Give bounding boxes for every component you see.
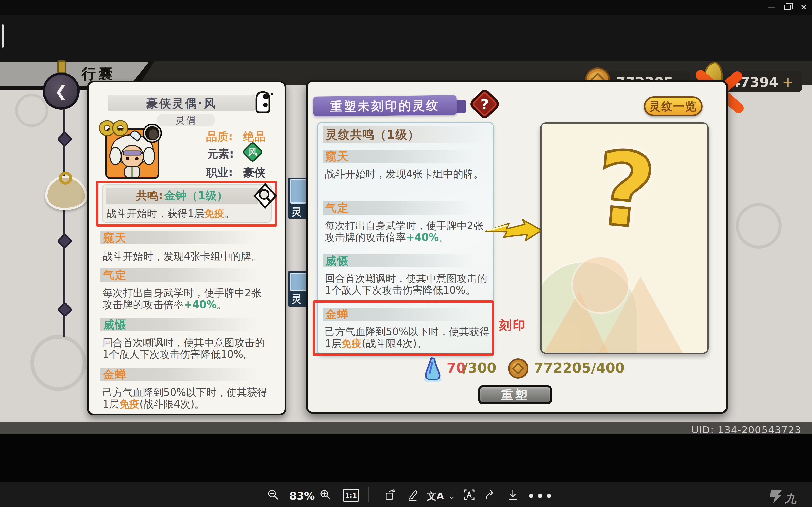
pattern-resonance-title: 灵纹共鸣（1级） [323,126,485,143]
character-panel: 豪侠灵偶·风 灵偶 品质: [87,81,287,415]
skill-header: 气定 [323,202,475,215]
add-currency-button[interactable]: + [782,74,794,90]
coin-icon [508,358,528,379]
sliver-label: 灵 [291,292,302,306]
toolbar-divider [368,487,369,502]
zoom-out-button[interactable] [267,489,280,501]
save-button[interactable] [507,489,519,501]
minimize-button[interactable]: — [764,2,778,13]
background-card-sliver: 灵 [288,178,308,219]
annotation-engrave-label: 刻印 [499,317,527,333]
window-titlebar: — ✕ [0,0,812,15]
character-title: 豪侠灵偶·风 [108,95,255,111]
skill-desc: 战斗开始时，发现4张卡组中的牌。 [103,249,261,264]
edit-button[interactable] [406,489,419,501]
skill-header: 窥天 [323,150,475,163]
mystery-question-mark: ? [575,127,676,253]
restore-icon [784,5,791,10]
skill-desc: 战斗开始时，发现4张卡组中的牌。 [325,167,483,181]
lock-icon[interactable] [251,88,275,114]
translate-icon[interactable]: 文A [427,490,444,503]
card-back [290,273,306,291]
uid-bar [0,422,812,434]
quality-label: 品质: [206,129,233,144]
skill-header: 气定 [101,269,259,282]
annotation-box-jinchan [312,300,494,356]
reshape-arrow-icon [485,216,543,244]
class-value: 豪侠 [243,165,266,180]
coin-cost: 772205/400 [534,360,625,376]
screenshot-root: — ✕ 行囊 ❮ 772205 47394 + 灵 灵 [0,0,812,507]
mystery-pattern-card[interactable]: ? [540,122,709,354]
share-button[interactable] [484,489,497,501]
shard-total: /300 [463,360,496,376]
uid-text: UID: 134-200543723 [691,424,801,436]
skill-header: 威慑 [323,254,475,268]
close-button[interactable]: ✕ [797,2,810,13]
skill-header: 窥天 [101,231,259,244]
help-button[interactable]: ? [468,88,501,120]
resonance-label: 共鸣: [136,189,163,202]
reshape-dialog: 重塑未刻印的灵纹 ? 灵纹一览 灵纹共鸣（1级） 窥天 战斗开始时，发现4张卡组… [306,80,728,414]
zoom-in-button[interactable] [319,489,332,501]
dialog-title: 重塑未刻印的灵纹 [313,95,457,116]
cloud-stage-ring [59,172,72,185]
resonance-name: 金钟（1级） [164,189,228,202]
card-back [290,179,306,204]
sliver-label: 灵 [291,205,302,219]
skill-header: 金蝉 [101,368,259,381]
shard-icon [421,357,445,382]
resonance-card: 共鸣: 金钟（1级） 战斗开始时，获得1层免疫。 [102,184,272,223]
zoom-level[interactable]: 83% [289,490,315,502]
card-art-sun [571,256,630,314]
back-button-knot [57,60,66,73]
resonance-desc: 战斗开始时，获得1层免疫。 [106,207,234,221]
skill-header: 威慑 [101,318,259,331]
gold-ring-emblem [113,121,127,135]
text-scan-button[interactable] [463,489,475,501]
more-options-button[interactable]: ••• [527,489,554,503]
rotate-button[interactable] [384,489,396,501]
left-edge-indicator [2,24,4,48]
element-label: 元素: [207,147,234,161]
actual-size-button[interactable]: 1:1 [343,489,359,502]
badge-face [149,129,158,139]
inspect-magnifier-icon[interactable] [253,183,277,209]
back-button[interactable]: ❮ [43,72,80,110]
character-type-label: 灵偶 [157,114,215,126]
wind-element-icon: 风 [242,142,264,163]
skill-desc: 攻击牌的攻击倍率+40%。 [103,298,227,312]
reshape-button[interactable]: 重塑 [478,386,552,404]
background-card-sliver: 灵 [288,271,308,306]
gold-ring-emblem [100,121,114,135]
back-icon: ❮ [55,82,68,101]
close-icon: ✕ [800,3,807,12]
watermark-text: 九游 [785,491,797,507]
skill-desc: 攻击牌的攻击倍率+40%。 [325,230,449,244]
help-icon: ? [475,95,494,113]
restore-button[interactable] [780,2,794,13]
pattern-overview-button[interactable]: 灵纹一览 [644,97,703,116]
chevron-down-icon[interactable]: ⌄ [449,492,455,501]
skill-desc: 1层免疫(战斗限4次)。 [103,397,205,411]
quality-value: 绝品 [243,129,266,144]
resonance-title-bar: 共鸣: 金钟（1级） [106,188,258,204]
viewer-background [0,15,812,61]
minimize-icon: — [768,3,775,12]
class-label: 职业: [206,165,233,180]
skill-desc: 1个敌人下次攻击伤害降低10%。 [103,347,253,361]
linked-character-badge[interactable] [142,124,162,143]
skill-desc: 1个敌人下次攻击伤害降低10%。 [325,283,475,297]
